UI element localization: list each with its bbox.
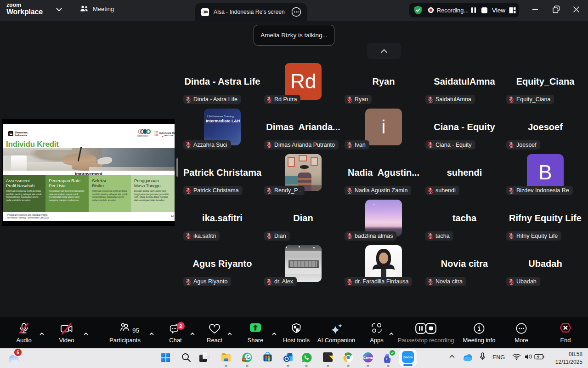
svg-text:T: T bbox=[386, 357, 388, 361]
svg-text:Indonesia Re: Indonesia Re bbox=[159, 132, 175, 134]
